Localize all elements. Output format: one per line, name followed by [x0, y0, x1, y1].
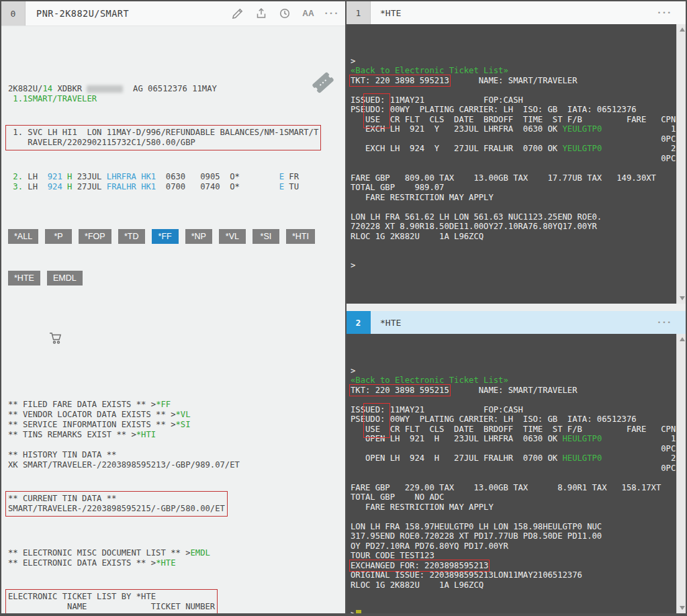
command-button-p[interactable]: *P — [45, 229, 72, 244]
scrollbar[interactable] — [676, 334, 687, 613]
scroll-up-arrow[interactable] — [677, 334, 687, 345]
terminal-line — [8, 538, 341, 548]
command-link[interactable]: EMDL — [191, 548, 210, 558]
text-segment: LON LH FRA 158.97HEULGTP0 LH LON 158.98H… — [351, 522, 602, 531]
terminal-line: SMART/TRAVELER-/2203898595215/-GBP/580.0… — [8, 504, 225, 514]
smartpoint-workspace: 0 PNR-2K882U/SMART AA ••• — [0, 0, 687, 616]
terminal-line: OPEN LH 924 H 27JUL FRALHR 0700 OK HEULG… — [351, 453, 677, 464]
text-segment: YEULGTP0 — [563, 124, 602, 134]
terminal-line: > — [351, 56, 677, 67]
terminal-line: RLOC 1G 2K882U 1A L96ZCQ — [351, 232, 677, 242]
terminal-line: >*TE001· SMART/TRAVELER 2203898595213 — [8, 612, 215, 613]
terminal-line: «Back to Electronic Ticket List» — [351, 376, 677, 386]
terminal-line — [351, 600, 677, 610]
more-options-icon[interactable]: ••• — [325, 7, 338, 20]
command-link[interactable]: «Back to Electronic Ticket List» — [351, 66, 508, 75]
command-button-emdl[interactable]: EMDL — [47, 271, 83, 285]
document-lines: ** ELECTRONIC MISC DOCUMENT LIST ** >EMD… — [8, 538, 341, 568]
edit-icon[interactable] — [231, 7, 244, 20]
highlighted-text: TKT: 220 3898 595213 — [351, 76, 449, 85]
text-segment: TOTAL GBP NO ADC — [351, 492, 444, 502]
hte-panels-column: 1 *HTE ••• >«Back to Electronic Ticket L… — [347, 1, 687, 613]
terminal-line: TOTAL GBP 989.07 — [351, 183, 677, 193]
terminal-line — [351, 85, 677, 95]
text-segment: FARE GBP 229.00 TAX 13.00GB TAX 8.90R1 T… — [351, 483, 661, 492]
command-link[interactable]: *FF — [156, 400, 171, 409]
terminal-line: TOTAL GBP NO ADC — [351, 492, 677, 502]
window-tab-1[interactable]: 1 — [347, 1, 371, 24]
terminal-line: EXCH LH 921 Y 23JUL LHRFRA 0630 OK YEULG… — [351, 124, 677, 134]
command-link[interactable]: «Back to Electronic Ticket List» — [351, 376, 508, 385]
cart-icon[interactable] — [9, 322, 341, 357]
text-segment: 3. — [8, 182, 28, 191]
command-link[interactable]: *HTE — [156, 558, 175, 568]
command-button-ff[interactable]: *FF — [152, 229, 179, 244]
panel-divider — [347, 304, 687, 311]
more-options-icon[interactable]: ••• — [657, 319, 672, 326]
window-tab-2[interactable]: 2 — [347, 311, 371, 334]
ticket-icon[interactable] — [272, 61, 334, 107]
text-segment: ** ELECTRONIC DATA EXISTS ** > — [8, 558, 156, 568]
terminal-line: LON LH FRA 561.62 LH LON 561.63 NUC1123.… — [351, 212, 677, 222]
hte-panel-2-title: *HTE — [380, 318, 401, 328]
hte-terminal-1: >«Back to Electronic Ticket List»TKT: 22… — [347, 24, 677, 304]
redacted-text — [87, 85, 123, 93]
font-size-icon[interactable]: AA — [302, 7, 315, 20]
text-segment: ** ELECTRONIC MISC DOCUMENT LIST ** > — [8, 548, 191, 558]
text-segment: HEULGTP0 — [563, 434, 602, 443]
scroll-up-arrow[interactable] — [677, 24, 687, 35]
command-button-hte[interactable]: *HTE — [8, 271, 40, 285]
terminal-line: ELECTRONIC TICKET LIST BY *HTE — [8, 592, 215, 602]
text-segment — [62, 182, 67, 191]
electronic-ticket-list-highlight-box: ELECTRONIC TICKET LIST BY *HTE NAME TICK… — [8, 592, 215, 613]
command-link[interactable]: *HTI — [136, 430, 156, 439]
terminal-line: ISSUED: 11MAY21 FOP:CASH — [351, 95, 677, 105]
terminal-line: ** TINS REMARKS EXIST ** >*HTI — [8, 430, 341, 440]
text-segment: YEULGTP0 — [563, 144, 602, 153]
terminal-line: TKT: 220 3898 595215 NAME: SMART/TRAVELE… — [351, 386, 677, 396]
command-button-td[interactable]: *TD — [118, 229, 145, 244]
command-button-si[interactable]: *SI — [253, 229, 279, 244]
text-segment: NAME: SMART/TRAVELER — [449, 76, 578, 85]
text-segment: 14 — [42, 84, 52, 93]
text-segment: 1 — [602, 434, 676, 443]
command-link[interactable]: *VL — [175, 410, 190, 419]
text-segment: RLOC 1G 2K882U 1A L96ZCQ — [351, 580, 484, 590]
command-button-all[interactable]: *ALL — [8, 229, 38, 244]
hte-panel-1: 1 *HTE ••• >«Back to Electronic Ticket L… — [347, 1, 687, 304]
terminal-cursor — [356, 610, 361, 613]
scrollbar[interactable] — [676, 24, 687, 304]
text-segment: SMART/TRAVELER 2203898595213 — [52, 612, 215, 613]
terminal-line: 0PC — [351, 154, 677, 164]
more-options-icon[interactable]: ••• — [657, 9, 672, 16]
terminal-line: RLOC 1G 2K882U 1A L96ZCQ — [351, 580, 677, 590]
text-segment: XK SMART/TRAVELER-/2203898595213/-GBP/98… — [8, 460, 240, 470]
command-button-vl[interactable]: *VL — [219, 229, 246, 244]
terminal-line: 3. LH 924 H 27JUL FRALHR HK1 0700 0740 O… — [8, 182, 341, 192]
text-segment: USE CR FLT CLS DATE BRDOFF TIME ST F/B F… — [351, 115, 676, 124]
terminal-line: 317.95END ROE0.720228 XT PD17.77UB PD8.5… — [351, 531, 677, 541]
pnr-info-lines: ** FILED FARE DATA EXISTS ** >*FF** VEND… — [8, 400, 341, 470]
hte-panel-1-header: 1 *HTE ••• — [347, 1, 687, 24]
command-button-fop[interactable]: *FOP — [79, 229, 111, 244]
text-segment: > — [351, 261, 355, 270]
command-button-np[interactable]: *NP — [185, 229, 212, 244]
terminal-line: > — [351, 261, 677, 271]
terminal-line: ISSUED: 11MAY21 FOP:CASH — [351, 405, 677, 415]
command-link[interactable]: *SI — [175, 420, 190, 429]
terminal-line: 0PC — [351, 464, 677, 474]
text-segment: LON LH FRA 561.62 LH LON 561.63 NUC1123.… — [351, 212, 602, 222]
pnr-window-header: 0 PNR-2K882U/SMART AA ••• — [1, 1, 345, 26]
command-button-hti[interactable]: *HTI — [286, 229, 315, 244]
terminal-line: > — [351, 609, 677, 613]
text-segment: PSEUDO: 00WY PLATING CARRIER: LH ISO: GB… — [351, 414, 637, 424]
export-icon[interactable] — [255, 7, 268, 20]
history-icon[interactable] — [278, 7, 291, 20]
window-tab-0[interactable]: 0 — [1, 1, 26, 26]
text-segment: HK1 — [141, 172, 156, 181]
text-segment: LH — [28, 182, 47, 191]
scroll-down-arrow[interactable] — [677, 603, 687, 613]
command-link[interactable]: >*TE001· — [13, 612, 52, 613]
text-segment: LH — [28, 172, 47, 181]
scroll-down-arrow[interactable] — [677, 293, 687, 304]
